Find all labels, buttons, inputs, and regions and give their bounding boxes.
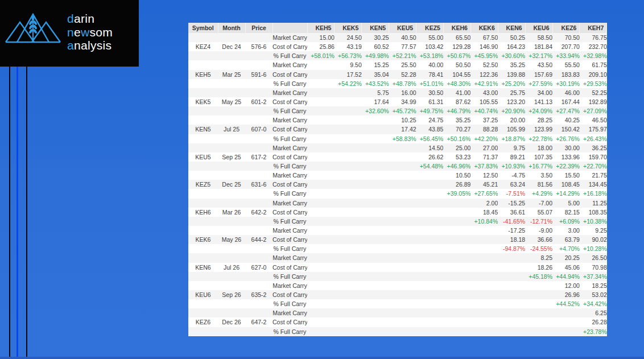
- value-cell: [362, 244, 389, 253]
- value-cell: [389, 299, 416, 308]
- value-cell: 52.50: [470, 60, 498, 69]
- value-cell: 232.70: [580, 42, 607, 51]
- value-cell: [307, 79, 335, 88]
- value-cell: 8.25: [525, 253, 552, 262]
- table-row: Market Carry14.5025.0027.009.7518.0030.0…: [188, 143, 607, 152]
- value-cell: [362, 327, 389, 336]
- row-label-cell: Cost of Carry: [273, 235, 307, 244]
- value-cell: -17.25: [498, 226, 525, 235]
- value-cell: -7.51%: [498, 189, 525, 198]
- row-label-cell: Cost of Carry: [273, 263, 307, 272]
- value-cell: [335, 244, 362, 253]
- value-cell: 26.50: [580, 253, 607, 262]
- value-cell: [307, 134, 335, 143]
- value-cell: [470, 244, 498, 253]
- value-cell: [362, 199, 389, 208]
- row-label-cell: % Full Carry: [273, 189, 307, 198]
- value-cell: [416, 226, 444, 235]
- value-cell: [552, 317, 580, 327]
- value-cell: [443, 235, 470, 244]
- value-cell: 15.50: [552, 171, 580, 180]
- value-cell: [362, 162, 389, 171]
- value-cell: [470, 281, 498, 290]
- value-cell: 105.55: [470, 97, 498, 106]
- logo-text: darinnewsomanalysis: [67, 12, 113, 52]
- value-cell: [307, 327, 335, 336]
- logo-text-line: analysis: [67, 39, 113, 52]
- value-cell: +16.18%: [580, 189, 607, 198]
- value-cell: 45.21: [470, 180, 498, 189]
- header-row-label: [273, 23, 307, 33]
- value-cell: +26.43%: [580, 134, 607, 143]
- value-cell: 43.19: [335, 42, 362, 51]
- table-row: % Full Carry-94.87%-24.55%+4.70%+10.28%: [188, 244, 607, 253]
- price-cell: [245, 60, 273, 69]
- value-cell: [335, 162, 362, 171]
- value-cell: [362, 263, 389, 272]
- table-row: KEU5Sep 25617-2Cost of Carry26.6253.2371…: [188, 152, 607, 162]
- value-cell: [443, 299, 470, 308]
- value-cell: 63.79: [552, 235, 580, 244]
- value-cell: [416, 263, 444, 272]
- value-cell: [416, 244, 444, 253]
- value-cell: [525, 299, 552, 308]
- month-cell: Dec 25: [218, 180, 245, 189]
- value-cell: 53.23: [443, 152, 470, 162]
- symbol-cell: [188, 33, 218, 42]
- value-cell: 55.07: [525, 208, 552, 217]
- value-cell: +22.70%: [580, 162, 607, 171]
- value-cell: 2.00: [470, 199, 498, 208]
- table-row: % Full Carry+39.05%+27.65%-7.51%+4.29%+1…: [188, 189, 607, 198]
- price-cell: 591-6: [245, 70, 273, 79]
- table-row: Market Carry12.0018.25: [188, 281, 607, 290]
- logo-text-line: darin: [67, 12, 113, 26]
- price-cell: [245, 308, 273, 317]
- value-cell: [335, 115, 362, 125]
- value-cell: +24.09%: [525, 106, 552, 115]
- table-row: KEZ5Dec 25631-6Cost of Carry26.8945.2163…: [188, 180, 607, 189]
- header-contract: KEH5: [307, 23, 335, 33]
- value-cell: 43.85: [416, 125, 444, 134]
- table-row: KEH5Mar 25591-6Cost of Carry17.5235.0452…: [188, 70, 607, 79]
- value-cell: [389, 162, 416, 171]
- value-cell: +45.18%: [525, 272, 552, 281]
- price-cell: 617-2: [245, 152, 273, 162]
- header-contract: KEZ5: [416, 23, 444, 33]
- value-cell: 11.25: [580, 199, 607, 208]
- price-cell: 635-2: [245, 290, 273, 299]
- value-cell: +37.34%: [580, 272, 607, 281]
- value-cell: [335, 317, 362, 327]
- value-cell: 157.69: [525, 70, 552, 79]
- value-cell: [335, 263, 362, 272]
- value-cell: [335, 299, 362, 308]
- row-label-cell: Market Carry: [273, 171, 307, 180]
- value-cell: [470, 290, 498, 299]
- row-label-cell: Cost of Carry: [273, 97, 307, 106]
- value-cell: 183.83: [552, 70, 580, 79]
- row-label-cell: % Full Carry: [273, 327, 307, 336]
- price-cell: 601-2: [245, 97, 273, 106]
- symbol-cell: KEH6: [188, 208, 218, 217]
- value-cell: -41.65%: [498, 217, 525, 226]
- value-cell: +14.29%: [552, 189, 580, 198]
- value-cell: 9.25: [580, 226, 607, 235]
- value-cell: [443, 327, 470, 336]
- month-cell: Jul 26: [218, 263, 245, 272]
- symbol-cell: KEK6: [188, 235, 218, 244]
- value-cell: +22.78%: [525, 134, 552, 143]
- header-contract: KEH7: [580, 23, 607, 33]
- value-cell: [362, 152, 389, 162]
- value-cell: +37.83%: [470, 162, 498, 171]
- value-cell: +49.75%: [416, 106, 444, 115]
- value-cell: [362, 281, 389, 290]
- value-cell: +32.60%: [362, 106, 389, 115]
- symbol-cell: [188, 162, 218, 171]
- value-cell: 82.15: [552, 208, 580, 217]
- carry-table-header: SymbolMonthPriceKEH5KEK5KEN5KEU5KEZ5KEH6…: [188, 23, 607, 33]
- price-cell: 607-0: [245, 125, 273, 134]
- value-cell: 192.89: [580, 97, 607, 106]
- price-cell: [245, 162, 273, 171]
- value-cell: -4.75: [498, 171, 525, 180]
- value-cell: [416, 317, 444, 327]
- row-label-cell: Market Carry: [273, 199, 307, 208]
